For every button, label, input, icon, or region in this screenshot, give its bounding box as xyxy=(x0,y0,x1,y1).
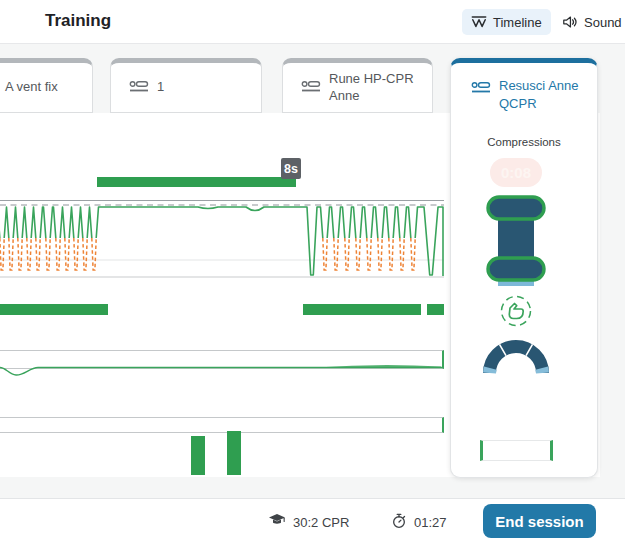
graduation-cap-icon xyxy=(268,513,286,531)
pause-duration-badge: 8s xyxy=(281,158,301,179)
ventilation-volume-indicator xyxy=(480,440,553,461)
sound-icon xyxy=(562,15,578,29)
tab-label: Resusci Anne QCPR xyxy=(499,77,585,112)
tab-resusci-anne-qcpr-card: Resusci Anne QCPR Compressions 0:08 xyxy=(450,58,598,478)
release-indicator-bar xyxy=(498,281,534,286)
footer: 30:2 CPR 01:27 End session xyxy=(0,498,625,544)
ventilation-flow-chart xyxy=(0,345,446,381)
compressions-section-label: Compressions xyxy=(451,136,597,148)
session-time-value: 01:27 xyxy=(414,515,447,530)
hand-position-icon xyxy=(498,293,534,333)
session-timer: 01:27 xyxy=(391,513,447,532)
manikin-icon xyxy=(471,80,491,98)
timeline-button[interactable]: Timeline xyxy=(462,9,551,35)
protocol-label: 30:2 CPR xyxy=(293,515,349,530)
timeline-icon xyxy=(471,15,487,29)
compression-rate-dial-gauge xyxy=(481,337,551,381)
sound-button-label: Sound xyxy=(584,15,622,30)
ventilation-bar xyxy=(191,436,205,475)
no-flow-timer-badge: 0:08 xyxy=(490,158,542,187)
stopwatch-icon xyxy=(391,513,407,532)
training-screen: Training Timeline Sound xyxy=(0,0,625,544)
compression-depth-piston-gauge xyxy=(485,194,547,293)
timeline-button-label: Timeline xyxy=(493,15,542,30)
ventilation-bar xyxy=(227,431,241,475)
compression-depth-chart xyxy=(0,195,446,287)
protocol-indicator: 30:2 CPR xyxy=(268,513,349,531)
sound-button[interactable]: Sound xyxy=(553,9,625,35)
end-session-button[interactable]: End session xyxy=(483,504,596,538)
tab-resusci-anne-qcpr[interactable]: Resusci Anne QCPR xyxy=(471,77,585,112)
